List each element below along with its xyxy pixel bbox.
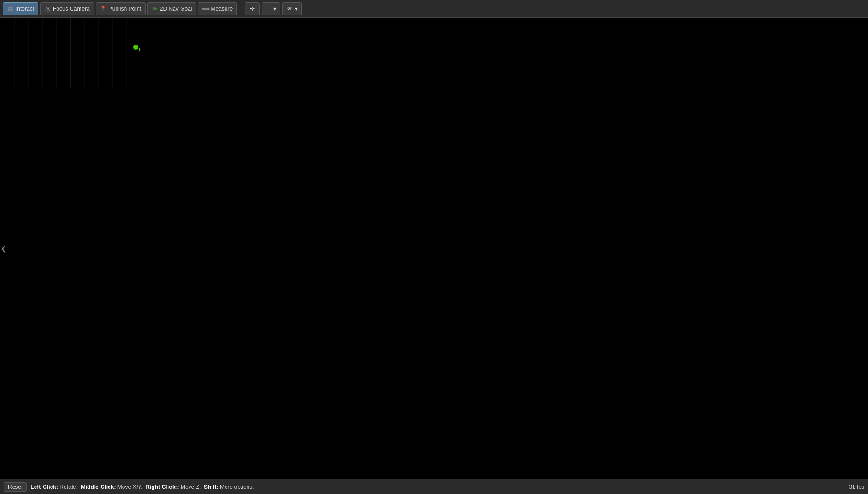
main-viewport[interactable]: 0. 0. 6. 6. ❮ <box>0 18 868 479</box>
focus-camera-button[interactable]: ◎ Focus Camera <box>40 2 94 15</box>
toolbar: ⊕ Interact ◎ Focus Camera 📍 Publish Poin… <box>0 0 868 18</box>
measure-icon: ⟺ <box>202 6 209 12</box>
move-icon: ✛ <box>249 6 255 12</box>
status-instructions: Left-Click: Rotate. Middle-Click: Move X… <box>30 484 254 490</box>
publish-point-button[interactable]: 📍 Publish Point <box>96 2 146 15</box>
nav-goal-button[interactable]: ✏ 2D Nav Goal <box>147 2 197 15</box>
svg-rect-1 <box>0 18 140 88</box>
move-tool-button[interactable]: ✛ <box>245 2 260 15</box>
left-arrow-button[interactable]: ❮ <box>1 245 7 252</box>
statusbar: Reset Left-Click: Rotate. Middle-Click: … <box>0 479 868 494</box>
visualization-layer: 0. 0. 6. 6. <box>0 18 140 88</box>
measure-label: Measure <box>211 6 233 12</box>
view-chevron: ▾ <box>295 6 298 12</box>
publish-point-icon: 📍 <box>100 6 107 12</box>
measure-button[interactable]: ⟺ Measure <box>198 2 237 15</box>
axis-label: — <box>266 6 271 12</box>
axis-chevron: ▾ <box>273 6 276 12</box>
interact-label: Interact <box>15 6 34 12</box>
axis-dropdown-button[interactable]: — ▾ <box>262 2 280 15</box>
fps-display: 31 fps <box>849 484 864 490</box>
view-icon: 👁 <box>286 6 293 12</box>
reset-button[interactable]: Reset <box>4 482 27 492</box>
focus-camera-label: Focus Camera <box>53 6 90 12</box>
nav-goal-label: 2D Nav Goal <box>160 6 192 12</box>
focus-camera-icon: ◎ <box>44 6 51 12</box>
interact-icon: ⊕ <box>7 6 14 12</box>
toolbar-separator-1 <box>241 3 241 15</box>
publish-point-label: Publish Point <box>109 6 141 12</box>
view-dropdown-button[interactable]: 👁 ▾ <box>282 2 302 15</box>
svg-point-48 <box>133 45 138 50</box>
nav-goal-icon: ✏ <box>152 6 158 12</box>
interact-button[interactable]: ⊕ Interact <box>3 2 38 15</box>
